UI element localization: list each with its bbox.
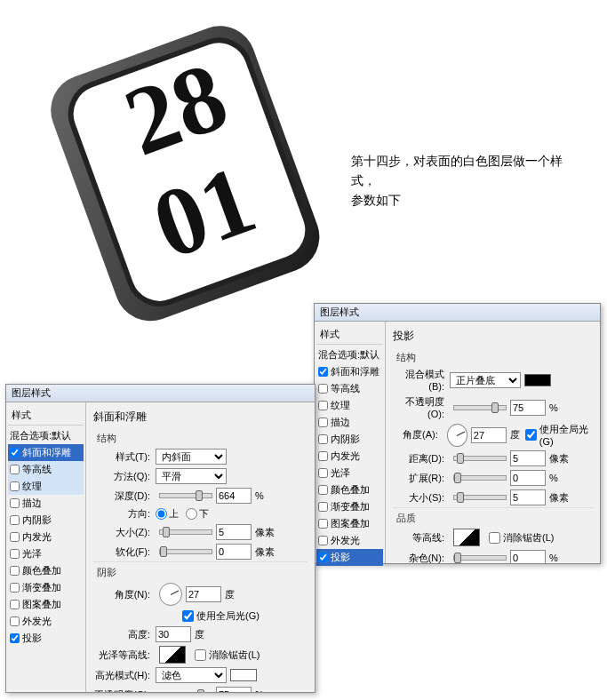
size-label: 大小(S):: [393, 491, 450, 505]
sidebar-item-gradientoverlay[interactable]: 渐变叠加: [316, 498, 383, 515]
soften-input[interactable]: [216, 544, 252, 560]
chk-contour[interactable]: [318, 384, 328, 394]
chk-stroke[interactable]: [10, 498, 20, 508]
group-structure: 结构: [93, 428, 307, 447]
angle-dial[interactable]: [447, 424, 467, 447]
chk-coloroverlay[interactable]: [10, 566, 20, 576]
sidebar-item-texture[interactable]: 纹理: [8, 478, 84, 495]
chk-satin[interactable]: [10, 549, 20, 559]
sidebar-item-bevel[interactable]: 斜面和浮雕: [8, 444, 84, 461]
technique-select[interactable]: 平滑: [156, 468, 227, 484]
direction-down[interactable]: 下: [186, 507, 209, 521]
sidebar-item-bevel[interactable]: 斜面和浮雕: [316, 363, 383, 380]
sidebar-item-patternoverlay[interactable]: 图案叠加: [316, 515, 383, 532]
depth-slider[interactable]: [159, 493, 212, 498]
angle-input[interactable]: [186, 586, 221, 602]
sidebar-item-gradientoverlay[interactable]: 渐变叠加: [8, 579, 84, 596]
sidebar: 样式 混合选项:默认 斜面和浮雕 等高线 纹理 描边 内阴影 内发光 光泽 颜色…: [6, 402, 86, 692]
sidebar-styles-header[interactable]: 样式: [316, 325, 383, 345]
gloss-contour-picker[interactable]: [159, 646, 186, 664]
size-input[interactable]: [216, 524, 252, 540]
direction-up[interactable]: 上: [156, 507, 179, 521]
sidebar-item-outerglow[interactable]: 外发光: [316, 532, 383, 549]
chk-outerglow[interactable]: [10, 616, 20, 626]
sidebar-item-innerglow[interactable]: 内发光: [316, 448, 383, 465]
chk-dropshadow[interactable]: [10, 633, 20, 643]
distance-slider[interactable]: [453, 456, 507, 461]
chk-contour[interactable]: [10, 465, 20, 474]
chk-gradientoverlay[interactable]: [318, 502, 328, 512]
sidebar-item-coloroverlay[interactable]: 颜色叠加: [316, 481, 383, 498]
distance-label: 距离(D):: [393, 452, 450, 465]
style-select[interactable]: 内斜面: [156, 449, 227, 465]
angle-dial[interactable]: [159, 583, 182, 606]
angle-label: 角度(A):: [393, 428, 443, 441]
chk-outerglow[interactable]: [318, 536, 328, 545]
sidebar-item-stroke[interactable]: 描边: [316, 414, 383, 431]
sidebar-styles-header[interactable]: 样式: [8, 406, 84, 426]
opacity-slider[interactable]: [453, 405, 507, 410]
size-slider[interactable]: [159, 529, 212, 535]
sidebar-item-patternoverlay[interactable]: 图案叠加: [8, 596, 84, 613]
sidebar-item-contour[interactable]: 等高线: [8, 461, 84, 478]
chk-patternoverlay[interactable]: [10, 600, 20, 609]
soften-label: 软化(F):: [93, 545, 156, 559]
sidebar-item-innershadow[interactable]: 内阴影: [8, 512, 84, 529]
group-shading: 阴影: [93, 561, 307, 581]
chk-coloroverlay[interactable]: [318, 485, 328, 495]
sidebar-item-satin[interactable]: 光泽: [316, 465, 383, 481]
sidebar-item-coloroverlay[interactable]: 颜色叠加: [8, 562, 84, 579]
bevel-panel: 斜面和浮雕 结构 样式(T): 内斜面 方法(Q): 平滑 深度(D): % 方…: [86, 402, 315, 692]
chk-innerglow[interactable]: [10, 532, 20, 542]
use-global-light[interactable]: 使用全局光(G): [182, 609, 260, 623]
sidebar-item-satin[interactable]: 光泽: [8, 545, 84, 562]
sidebar-item-contour[interactable]: 等高线: [316, 380, 383, 397]
chk-texture[interactable]: [10, 481, 20, 491]
chk-gradientoverlay[interactable]: [10, 583, 20, 593]
chk-bevel[interactable]: [10, 448, 20, 457]
antialias-check[interactable]: 消除锯齿(L): [195, 648, 260, 662]
size-input[interactable]: [510, 489, 546, 505]
spread-input[interactable]: [510, 470, 546, 486]
antialias-check[interactable]: 消除锯齿(L): [489, 531, 554, 545]
sidebar-item-dropshadow[interactable]: 投影: [8, 630, 84, 647]
layer-style-dialog-shadow: 图层样式 样式 混合选项:默认 斜面和浮雕 等高线 纹理 描边 内阴影 内发光 …: [314, 303, 601, 564]
blend-label: 混合模式(B):: [393, 368, 450, 392]
sidebar-blend-default[interactable]: 混合选项:默认: [8, 427, 84, 444]
spread-slider[interactable]: [453, 475, 507, 481]
chk-dropshadow[interactable]: [318, 553, 328, 562]
sidebar-item-texture[interactable]: 纹理: [316, 397, 383, 414]
chk-satin[interactable]: [318, 468, 328, 478]
chk-texture[interactable]: [318, 401, 328, 410]
angle-input[interactable]: [471, 427, 507, 443]
sidebar-item-innershadow[interactable]: 内阴影: [316, 431, 383, 448]
size-label: 大小(Z):: [93, 526, 156, 539]
distance-input[interactable]: [510, 450, 546, 466]
highlight-color-swatch[interactable]: [230, 669, 257, 681]
chk-bevel[interactable]: [318, 367, 328, 377]
contour-picker[interactable]: [453, 529, 480, 546]
altitude-input[interactable]: [156, 626, 191, 642]
sidebar-item-dropshadow[interactable]: 投影: [316, 549, 383, 566]
noise-slider[interactable]: [453, 555, 507, 561]
sidebar-item-innerglow[interactable]: 内发光: [8, 529, 84, 545]
chk-patternoverlay[interactable]: [318, 519, 328, 529]
chk-innershadow[interactable]: [10, 515, 20, 525]
sidebar-blend-default[interactable]: 混合选项:默认: [316, 346, 383, 363]
chk-innershadow[interactable]: [318, 434, 328, 444]
use-global-light[interactable]: 使用全局光(G): [525, 423, 593, 447]
opacity-input[interactable]: [510, 400, 546, 416]
blend-mode-select[interactable]: 正片叠底: [450, 372, 521, 388]
shadow-color-swatch[interactable]: [524, 374, 551, 386]
shadow-panel: 投影 结构 混合模式(B): 正片叠底 不透明度(O): % 角度(A): 度 …: [386, 322, 600, 563]
chk-stroke[interactable]: [318, 418, 328, 427]
size-slider[interactable]: [453, 495, 507, 500]
chk-innerglow[interactable]: [318, 451, 328, 461]
depth-input[interactable]: [216, 488, 252, 504]
sidebar-item-stroke[interactable]: 描边: [8, 495, 84, 512]
soften-slider[interactable]: [159, 549, 212, 554]
sidebar-item-outerglow[interactable]: 外发光: [8, 613, 84, 630]
highlight-mode-select[interactable]: 滤色: [156, 667, 227, 683]
noise-input[interactable]: [510, 550, 546, 563]
highlight-opacity-input[interactable]: [216, 687, 252, 692]
